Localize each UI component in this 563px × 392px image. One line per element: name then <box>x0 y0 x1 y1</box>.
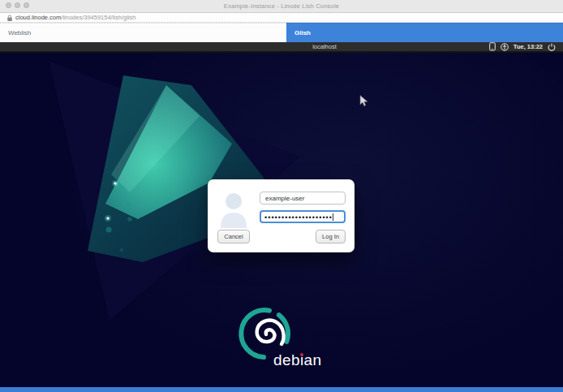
clock-label[interactable]: Tue, 13:22 <box>514 42 543 51</box>
window-title: Example-Instance - Linode Lish Console <box>0 0 563 12</box>
wordmark-post: an <box>304 351 322 368</box>
debian-wordmark: debian <box>273 351 321 369</box>
hostname-label: localhost <box>312 42 337 51</box>
tab-weblish[interactable]: Weblish <box>0 23 286 42</box>
login-dialog: example-user •••••••••••••••••••• Cancel… <box>208 179 355 252</box>
wordmark-i-red-dot: i <box>300 351 304 368</box>
password-input[interactable]: •••••••••••••••••••• <box>260 210 346 223</box>
tablet-icon[interactable] <box>489 42 496 51</box>
bottom-accent-strip <box>0 387 563 392</box>
wordmark-pre: deb <box>273 351 300 368</box>
url-domain: cloud.linode.com <box>15 14 61 21</box>
address-bar[interactable]: cloud.linode.com/linodes/39459154/lish/g… <box>0 13 563 23</box>
lock-icon <box>6 15 13 22</box>
user-avatar-icon <box>217 192 250 228</box>
mouse-cursor <box>359 95 368 107</box>
url-text: cloud.linode.com/linodes/39459154/lish/g… <box>15 13 135 22</box>
log-in-button[interactable]: Log In <box>316 230 346 243</box>
tab-glish[interactable]: Glish <box>286 23 563 42</box>
browser-window: Example-Instance - Linode Lish Console c… <box>0 0 563 392</box>
cancel-button[interactable]: Cancel <box>217 230 250 243</box>
gnome-top-bar: localhost Tue, 13:22 <box>0 42 563 53</box>
password-masked-value: •••••••••••••••••••• <box>264 213 333 222</box>
glish-console-screen[interactable]: example-user •••••••••••••••••••• Cancel… <box>0 53 563 387</box>
accessibility-icon[interactable] <box>501 43 509 51</box>
url-path: /linodes/39459154/lish/glish <box>61 14 135 21</box>
window-titlebar: Example-Instance - Linode Lish Console <box>0 0 563 13</box>
username-input[interactable]: example-user <box>260 192 346 205</box>
lish-tab-bar: Weblish Glish <box>0 23 563 42</box>
text-caret <box>333 213 333 221</box>
power-icon[interactable] <box>548 43 556 51</box>
status-tray: Tue, 13:22 <box>489 42 556 51</box>
